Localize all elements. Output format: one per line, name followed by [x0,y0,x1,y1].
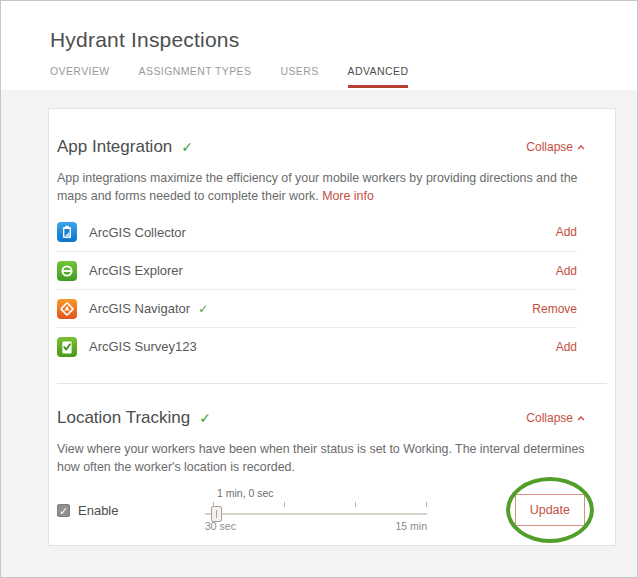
tab-assignment-types[interactable]: ASSIGNMENT TYPES [139,65,252,88]
navigator-app-icon [57,299,77,319]
check-icon [198,302,208,316]
advanced-settings-card: App Integration Collapse App integration… [48,108,616,546]
app-row-collector: ArcGIS Collector Add [57,213,577,251]
update-button[interactable]: Update [515,494,585,526]
collector-add-link[interactable]: Add [556,225,577,239]
app-name: ArcGIS Survey123 [89,339,197,354]
slider-tick [426,502,427,507]
description-text: App integrations maximize the efficiency… [57,171,577,203]
tab-bar: OVERVIEW ASSIGNMENT TYPES USERS ADVANCED [50,65,637,88]
slider-tick [284,502,285,507]
explorer-add-link[interactable]: Add [556,264,577,278]
enable-label: Enable [78,503,118,518]
chevron-up-icon [577,145,585,150]
tab-advanced[interactable]: ADVANCED [348,65,409,88]
app-row-survey123: ArcGIS Survey123 Add [57,327,577,365]
app-list: ArcGIS Collector Add ArcGIS Expl [57,213,577,365]
check-icon [199,410,211,426]
location-tracking-description: View where your workers have been when t… [57,440,607,476]
check-icon [181,139,193,155]
slider-value-label: 1 min, 0 sec [217,487,274,499]
project-header: Hydrant Inspections OVERVIEW ASSIGNMENT … [1,1,637,90]
app-row-explorer: ArcGIS Explorer Add [57,251,577,289]
survey123-add-link[interactable]: Add [556,340,577,354]
location-tracking-collapse-link[interactable]: Collapse [526,411,585,425]
tab-overview[interactable]: OVERVIEW [50,65,110,88]
navigator-remove-link[interactable]: Remove [532,302,577,316]
app-integration-collapse-link[interactable]: Collapse [526,140,585,154]
app-name: ArcGIS Collector [89,225,186,240]
page-title: Hydrant Inspections [50,28,637,52]
slider-max-label: 15 min [395,520,427,532]
tab-users[interactable]: USERS [280,65,318,88]
explorer-app-icon [57,261,77,281]
interval-slider: 1 min, 0 sec 30 sec 15 min [205,487,427,533]
update-button-area: Update [515,494,585,526]
tracking-controls-row: Enable 1 min, 0 sec 30 sec 15 min Update [57,484,607,536]
collapse-label: Collapse [526,140,573,154]
collector-app-icon [57,222,77,242]
enable-group: Enable [57,503,205,518]
chevron-up-icon [577,416,585,421]
app-window: Hydrant Inspections OVERVIEW ASSIGNMENT … [0,0,638,578]
app-integration-title: App Integration [57,137,172,157]
app-integration-section: App Integration Collapse App integration… [57,137,607,365]
survey123-app-icon [57,337,77,357]
app-integration-description: App integrations maximize the efficiency… [57,169,607,205]
app-row-navigator: ArcGIS Navigator Remove [57,289,577,327]
enable-checkbox[interactable] [57,504,70,517]
slider-track[interactable] [205,513,427,515]
more-info-link[interactable]: More info [322,189,374,203]
app-name: ArcGIS Navigator [89,301,190,316]
slider-tick [355,502,356,507]
app-name: ArcGIS Explorer [89,263,183,278]
location-tracking-title: Location Tracking [57,408,190,428]
location-tracking-section: Location Tracking Collapse View where yo… [57,384,607,536]
slider-min-label: 30 sec [205,520,236,532]
collapse-label: Collapse [526,411,573,425]
